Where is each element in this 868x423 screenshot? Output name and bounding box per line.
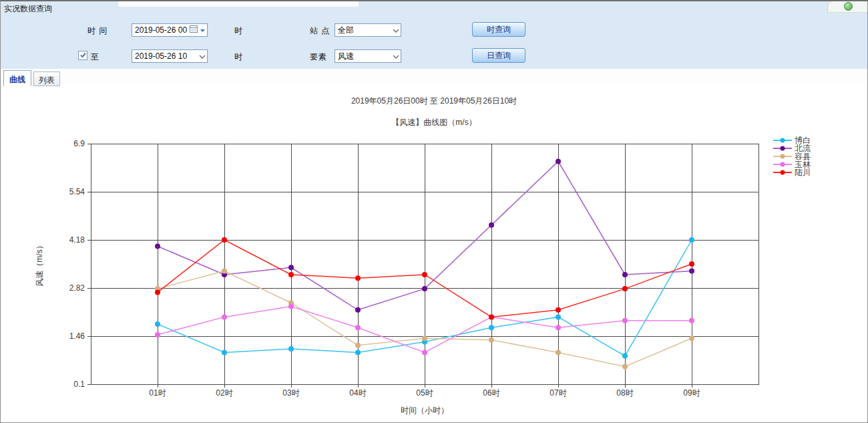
svg-text:2.82: 2.82 — [69, 283, 85, 293]
status-green-icon — [844, 2, 853, 11]
hour-suffix-label: 时 — [234, 51, 243, 63]
element-selected-value: 风速 — [338, 51, 393, 62]
view-tab-strip: 曲线 列表 — [1, 69, 867, 87]
top-right-tab[interactable] — [827, 1, 868, 13]
tab-curve[interactable]: 曲线 — [3, 70, 31, 86]
time-label: 时 间 — [87, 25, 107, 37]
svg-text:陆川: 陆川 — [795, 168, 811, 177]
svg-text:05时: 05时 — [416, 388, 433, 398]
svg-text:09时: 09时 — [683, 388, 700, 398]
element-label: 要素 — [310, 51, 327, 63]
svg-text:08时: 08时 — [616, 388, 633, 398]
station-selected-value: 全部 — [338, 25, 393, 36]
svg-text:时间（小时）: 时间（小时） — [401, 406, 449, 415]
svg-text:06时: 06时 — [483, 388, 499, 398]
svg-text:07时: 07时 — [550, 388, 566, 398]
svg-text:4.18: 4.18 — [69, 235, 85, 245]
dropdown-arrow-icon[interactable] — [200, 25, 206, 35]
chevron-down-icon — [393, 51, 399, 61]
chart-subtitle: 【风速】曲线图（m/s） — [1, 117, 867, 128]
hour-query-button[interactable]: 时查询 — [472, 22, 525, 37]
chevron-down-icon[interactable] — [199, 51, 206, 61]
checkmark-icon — [79, 49, 87, 61]
day-query-button[interactable]: 日查询 — [472, 48, 525, 63]
svg-text:02时: 02时 — [216, 388, 232, 398]
to-checkbox[interactable] — [78, 51, 87, 60]
start-time-input[interactable]: 2019-05-26 00 — [132, 23, 208, 37]
chevron-down-icon — [393, 25, 399, 35]
hour-suffix-label: 时 — [234, 25, 243, 37]
svg-text:01时: 01时 — [149, 388, 166, 398]
wind-speed-line-chart: 01时02时03时04时05时06时07时08时09时6.95.544.182.… — [1, 130, 868, 423]
station-label: 站 点 — [310, 25, 330, 37]
to-label: 至 — [91, 51, 99, 63]
end-time-input[interactable]: 2019-05-26 10 — [132, 49, 208, 63]
query-panel-background — [1, 1, 867, 69]
app-window: 实况数据查询 时 间 2019-05-26 00 时 站 点 全部 时查询 至 … — [0, 0, 868, 423]
svg-text:0.1: 0.1 — [73, 380, 85, 389]
svg-text:风速（m/s）: 风速（m/s） — [35, 241, 44, 286]
station-select[interactable]: 全部 — [335, 23, 401, 37]
page-title: 实况数据查询 — [4, 3, 52, 15]
calendar-icon[interactable] — [190, 25, 198, 35]
svg-text:04时: 04时 — [349, 388, 366, 398]
element-select[interactable]: 风速 — [335, 49, 401, 63]
svg-text:6.9: 6.9 — [73, 139, 85, 148]
svg-text:03时: 03时 — [282, 388, 299, 398]
tab-list[interactable]: 列表 — [33, 72, 60, 86]
chart-title: 2019年05月26日00时 至 2019年05月26日10时 — [1, 96, 867, 107]
svg-text:1.46: 1.46 — [69, 331, 85, 341]
svg-text:5.54: 5.54 — [69, 187, 85, 196]
end-time-value: 2019-05-26 10 — [135, 51, 199, 61]
tab-strip-notch — [118, 1, 359, 7]
start-time-value: 2019-05-26 00 — [135, 25, 190, 35]
